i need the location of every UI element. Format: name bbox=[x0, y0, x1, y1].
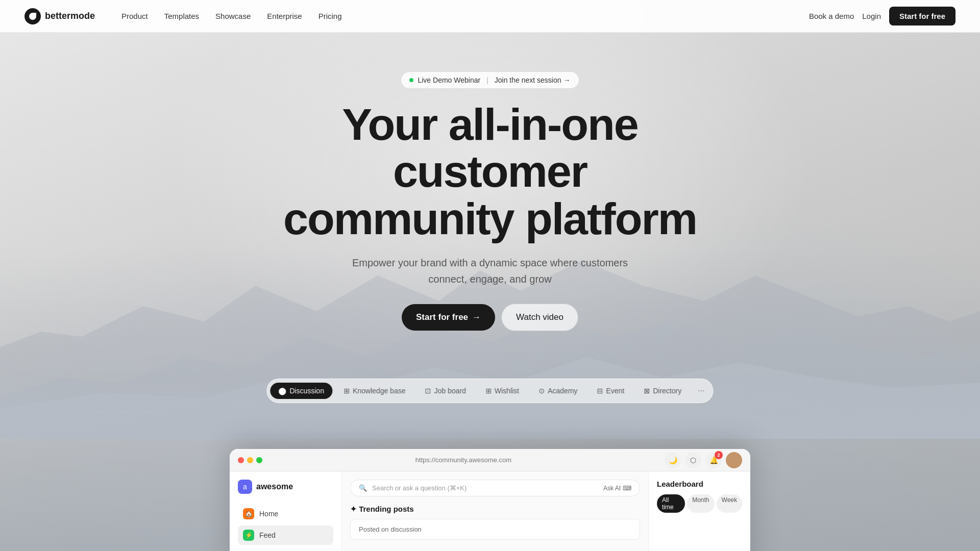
knowledge-base-icon: ⊞ bbox=[344, 387, 350, 395]
close-dot[interactable] bbox=[238, 457, 244, 463]
webinar-badge[interactable]: Live Demo Webinar | Join the next sessio… bbox=[401, 71, 579, 89]
logo-text: bettermode bbox=[45, 11, 95, 21]
job-board-icon: ⊡ bbox=[425, 387, 431, 395]
feed-icon: ⚡ bbox=[243, 530, 254, 541]
nav-product[interactable]: Product bbox=[115, 8, 154, 24]
hero-container: Live Demo Webinar | Join the next sessio… bbox=[0, 0, 980, 551]
navbar: bettermode Product Templates Showcase En… bbox=[0, 0, 980, 33]
tab-event[interactable]: ⊟ Event bbox=[589, 383, 632, 399]
browser-toolbar-icons: 🌙 ⬡ 🔔 2 bbox=[665, 452, 742, 468]
lb-filter-month[interactable]: Month bbox=[687, 494, 714, 513]
hero-buttons: Start for free Watch video bbox=[402, 304, 578, 331]
tab-directory[interactable]: ⊠ Directory bbox=[635, 383, 690, 399]
book-demo-link[interactable]: Book a demo bbox=[809, 12, 854, 20]
webinar-cta-text: Join the next session → bbox=[495, 76, 571, 84]
webinar-live-dot bbox=[409, 78, 413, 82]
lb-filter-alltime[interactable]: All time bbox=[657, 494, 685, 513]
leaderboard-title: Leaderboard bbox=[657, 480, 742, 488]
tab-knowledge-base[interactable]: ⊞ Knowledge base bbox=[335, 383, 414, 399]
trending-title: ✦ Trending posts bbox=[350, 505, 640, 514]
trending-section: ✦ Trending posts Posted on discussion bbox=[350, 505, 640, 540]
sidebar-item-home[interactable]: 🏠 Home bbox=[238, 504, 333, 523]
watch-video-button[interactable]: Watch video bbox=[501, 304, 578, 331]
leaderboard-filters: All time Month Week bbox=[657, 494, 742, 513]
dark-mode-icon[interactable]: 🌙 bbox=[665, 452, 681, 468]
app-name: awesome bbox=[256, 482, 293, 491]
directory-icon: ⊠ bbox=[644, 387, 650, 395]
community-tabs: ⬤ Discussion ⊞ Knowledge base ⊡ Job boar… bbox=[266, 379, 713, 403]
nav-actions: Book a demo Login Start for free bbox=[809, 7, 955, 26]
app-header: a awesome bbox=[238, 480, 333, 494]
browser-body: a awesome 🏠 Home ⚡ Feed 🔍 Search or ask … bbox=[230, 471, 750, 551]
tab-wishlist[interactable]: ⊞ Wishlist bbox=[477, 383, 527, 399]
browser-sidebar: a awesome 🏠 Home ⚡ Feed bbox=[230, 471, 342, 551]
tab-discussion[interactable]: ⬤ Discussion bbox=[270, 383, 332, 399]
app-icon: a bbox=[238, 480, 252, 494]
url-bar[interactable]: https://community.awesome.com bbox=[268, 456, 658, 464]
discussion-icon: ⬤ bbox=[278, 387, 286, 395]
tab-job-board[interactable]: ⊡ Job board bbox=[417, 383, 474, 399]
nav-showcase[interactable]: Showcase bbox=[209, 8, 257, 24]
minimize-dot[interactable] bbox=[247, 457, 253, 463]
nav-pricing[interactable]: Pricing bbox=[312, 8, 348, 24]
search-icon: 🔍 bbox=[359, 484, 367, 492]
tab-more-button[interactable]: ··· bbox=[693, 382, 709, 399]
login-link[interactable]: Login bbox=[862, 12, 881, 20]
maximize-dot[interactable] bbox=[256, 457, 262, 463]
start-free-button[interactable]: Start for free bbox=[402, 304, 495, 331]
search-bar[interactable]: 🔍 Search or ask a question (⌘+K) Ask AI … bbox=[350, 480, 640, 496]
hero-title: Your all-in-one customer community platf… bbox=[260, 101, 720, 242]
notification-badge: 2 bbox=[715, 451, 723, 459]
window-control-dots bbox=[238, 457, 262, 463]
nav-enterprise[interactable]: Enterprise bbox=[261, 8, 308, 24]
nav-start-free-button[interactable]: Start for free bbox=[889, 7, 955, 26]
notification-icon[interactable]: 🔔 2 bbox=[705, 452, 722, 468]
leaderboard-panel: Leaderboard All time Month Week bbox=[648, 471, 750, 551]
hero-content: Live Demo Webinar | Join the next sessio… bbox=[260, 0, 720, 331]
tab-academy[interactable]: ⊙ Academy bbox=[530, 383, 585, 399]
nav-templates[interactable]: Templates bbox=[158, 8, 205, 24]
user-avatar[interactable] bbox=[726, 452, 742, 468]
browser-window: https://community.awesome.com 🌙 ⬡ 🔔 2 a … bbox=[230, 449, 750, 551]
webinar-divider: | bbox=[486, 76, 488, 84]
browser-titlebar: https://community.awesome.com 🌙 ⬡ 🔔 2 bbox=[230, 449, 750, 471]
browser-main: 🔍 Search or ask a question (⌘+K) Ask AI … bbox=[342, 471, 648, 551]
logo-icon bbox=[24, 8, 41, 24]
event-icon: ⊟ bbox=[597, 387, 603, 395]
search-placeholder-text: Search or ask a question (⌘+K) bbox=[372, 484, 467, 492]
logo[interactable]: bettermode bbox=[24, 8, 95, 24]
lb-filter-week[interactable]: Week bbox=[717, 494, 742, 513]
hero-subtitle: Empower your brand with a dynamic space … bbox=[347, 255, 633, 287]
wishlist-icon: ⊞ bbox=[485, 387, 492, 395]
webinar-label: Live Demo Webinar bbox=[418, 76, 480, 84]
trending-post-preview[interactable]: Posted on discussion bbox=[350, 519, 640, 540]
nav-links: Product Templates Showcase Enterprise Pr… bbox=[115, 8, 809, 24]
home-icon: 🏠 bbox=[243, 508, 254, 519]
academy-icon: ⊙ bbox=[538, 387, 545, 395]
ask-ai-button[interactable]: Ask AI ⌨ bbox=[603, 485, 631, 492]
share-icon[interactable]: ⬡ bbox=[685, 452, 701, 468]
sidebar-item-feed[interactable]: ⚡ Feed bbox=[238, 525, 333, 545]
